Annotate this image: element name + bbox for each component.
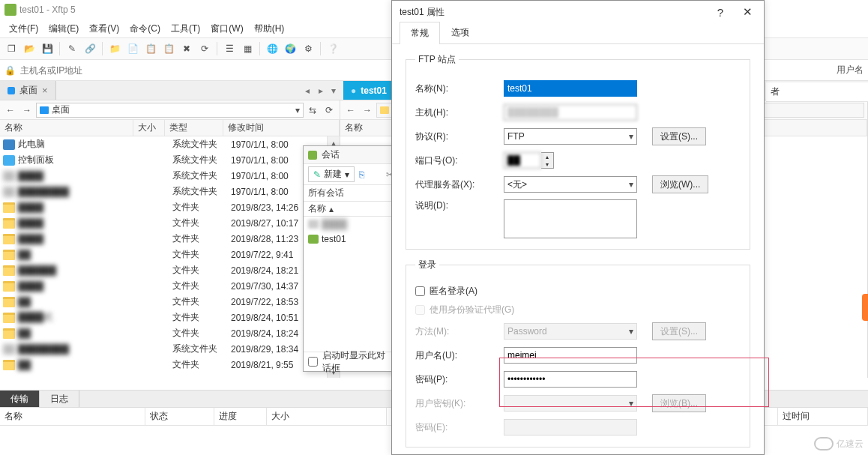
tab-general[interactable]: 常规 — [400, 22, 440, 44]
col-size[interactable]: 大小 — [133, 120, 165, 136]
path-text: 桌面 — [52, 103, 70, 116]
menu-item[interactable]: 编辑(E) — [44, 21, 83, 37]
menu-item[interactable]: 命令(C) — [125, 21, 165, 37]
copy-icon[interactable]: ⎘ — [359, 169, 364, 180]
tab-nav[interactable]: ◂ ▸ ▾ — [301, 81, 340, 100]
col-status[interactable]: 状态 — [145, 408, 214, 425]
paste-icon[interactable]: 📋 — [160, 40, 177, 57]
refresh-icon[interactable]: ⟳ — [196, 40, 213, 57]
watermark: 亿速云 — [814, 437, 864, 451]
menu-item[interactable]: 帮助(H) — [250, 21, 289, 37]
folder-new-icon[interactable]: 📁 — [106, 40, 123, 57]
session-item[interactable]: ████ — [304, 217, 398, 232]
new-session-button[interactable]: ✎ 新建 ▾ — [308, 166, 355, 182]
properties-dialog: test01 属性 ? ✕ 常规 选项 FTP 站点 名称(N): 主机(H):… — [391, 0, 765, 455]
anon-checkbox-row: 匿名登录(A) — [415, 285, 741, 298]
blur-icon — [3, 171, 15, 181]
list-item[interactable]: ████████系统文件夹2019/8/29, 18:34 — [0, 341, 340, 357]
close-icon[interactable]: × — [42, 85, 48, 96]
proxy-select[interactable]: <无> ▾ — [504, 176, 637, 193]
tab-test01[interactable]: ● test01 — [343, 81, 395, 100]
earth-green-icon[interactable]: 🌍 — [282, 40, 298, 57]
save-icon[interactable]: 💾 — [39, 40, 55, 57]
protocol-settings-button[interactable]: 设置(S)... — [652, 127, 706, 145]
list-item[interactable]: ████████系统文件夹1970/1/1, 8:00 — [0, 184, 340, 199]
forward-button[interactable]: → — [360, 103, 375, 118]
col-progress[interactable]: 进度 — [214, 408, 267, 425]
list-item[interactable]: ██文件夹2019/8/21, 9:55 — [0, 357, 340, 373]
col-name[interactable]: 名称 — [0, 120, 133, 136]
list-item[interactable]: ████文件夹2019/7/30, 14:37 — [0, 278, 340, 294]
pass-input[interactable] — [504, 371, 637, 388]
anon-checkbox[interactable] — [415, 286, 425, 296]
list-item[interactable]: ██文件夹2019/8/24, 18:24 — [0, 325, 340, 341]
col-size[interactable]: 大小 — [267, 408, 387, 425]
tab-log[interactable]: 日志 — [40, 391, 79, 407]
menu-item[interactable]: 文件(F) — [4, 21, 43, 37]
gear-icon[interactable]: ⚙ — [300, 40, 316, 57]
transfer-icon[interactable]: ⇆ — [305, 103, 320, 118]
copy-icon[interactable]: 📋 — [142, 40, 159, 57]
menu-item[interactable]: 工具(T) — [166, 21, 205, 37]
chevron-down-icon[interactable]: ▾ — [629, 179, 633, 190]
list-item[interactable]: 此电脑系统文件夹1970/1/1, 8:00 — [0, 136, 340, 152]
help-icon[interactable]: ❔ — [325, 40, 341, 57]
path-combo[interactable]: 桌面 ▾ — [36, 103, 304, 118]
view-detail-icon[interactable]: ▦ — [239, 40, 256, 57]
earth-icon[interactable]: 🌐 — [264, 40, 280, 57]
name-input[interactable] — [504, 80, 637, 97]
menu-item[interactable]: 窗口(W) — [206, 21, 247, 37]
list-item[interactable]: ████文件夹2019/8/28, 11:23 — [0, 231, 340, 247]
file-new-icon[interactable]: 📄 — [124, 40, 141, 57]
spinner-buttons[interactable]: ▴▾ — [541, 152, 554, 169]
back-button[interactable]: ← — [343, 103, 358, 118]
new-session-icon[interactable]: ❐ — [3, 40, 19, 57]
menu-item[interactable]: 查看(V) — [85, 21, 124, 37]
list-item[interactable]: ██文件夹2019/7/22, 9:41 — [0, 247, 340, 262]
local-file-list[interactable]: 此电脑系统文件夹1970/1/1, 8:00控制面板系统文件夹1970/1/1,… — [0, 136, 340, 378]
help-button[interactable]: ? — [707, 1, 734, 22]
col-elapsed[interactable]: 过时间 — [778, 408, 868, 425]
protocol-select[interactable]: FTP ▾ — [504, 128, 637, 145]
col-name[interactable]: 名称 — [0, 408, 145, 425]
chevron-down-icon[interactable]: ▾ — [345, 169, 349, 180]
list-item[interactable]: ████文件夹2019/8/27, 10:17 — [0, 215, 340, 231]
method-settings-button: 设置(S)... — [652, 322, 706, 340]
desc-label: 说明(D): — [415, 199, 498, 212]
host-input[interactable] — [504, 104, 637, 121]
forward-button[interactable]: → — [19, 103, 34, 118]
tab-desktop[interactable]: 桌面 × — [0, 81, 56, 100]
session-item[interactable]: test01 — [304, 232, 398, 247]
col-mtime[interactable]: 修改时间 — [223, 120, 340, 136]
blur-icon — [3, 187, 15, 197]
col-type[interactable]: 类型 — [165, 120, 223, 136]
chevron-down-icon[interactable]: ▾ — [295, 105, 300, 115]
close-button[interactable]: ✕ — [734, 1, 761, 22]
delete-icon[interactable]: ✖ — [178, 40, 195, 57]
list-item[interactable]: ██文件夹2019/7/22, 18:53 — [0, 294, 340, 310]
side-badge[interactable] — [862, 294, 868, 321]
link-icon[interactable]: 🔗 — [82, 40, 98, 57]
list-item[interactable]: ████系统文件夹1970/1/1, 8:00 — [0, 168, 340, 184]
port-spinner[interactable]: ▴▾ — [504, 152, 554, 169]
file-name: ████████ — [18, 344, 145, 355]
list-item[interactable]: 控制面板系统文件夹1970/1/1, 8:00 — [0, 152, 340, 168]
desc-textarea[interactable] — [504, 199, 637, 238]
list-item[interactable]: ████文件夹2019/8/23, 14:26 — [0, 199, 340, 215]
port-input[interactable] — [504, 152, 541, 169]
list-item[interactable]: ██████文件夹2019/8/24, 18:21 — [0, 262, 340, 278]
list-item[interactable]: ████式文件夹2019/8/24, 10:51 — [0, 310, 340, 325]
user-input[interactable] — [504, 347, 637, 364]
refresh-icon[interactable]: ⟳ — [322, 103, 337, 118]
edit-icon[interactable]: ✎ — [64, 40, 80, 57]
tab-options[interactable]: 选项 — [440, 21, 480, 43]
back-button[interactable]: ← — [3, 103, 18, 118]
view-list-icon[interactable]: ☰ — [221, 40, 238, 57]
proxy-browse-button[interactable]: 浏览(W)... — [652, 175, 708, 193]
anon-label: 匿名登录(A) — [430, 285, 477, 298]
show-on-startup-checkbox[interactable] — [308, 357, 318, 367]
tab-transfer[interactable]: 传输 — [0, 391, 40, 407]
chevron-down-icon[interactable]: ▾ — [629, 131, 633, 142]
open-icon[interactable]: 📂 — [21, 40, 37, 57]
session-col-name[interactable]: 名称 ▴ — [304, 202, 398, 217]
